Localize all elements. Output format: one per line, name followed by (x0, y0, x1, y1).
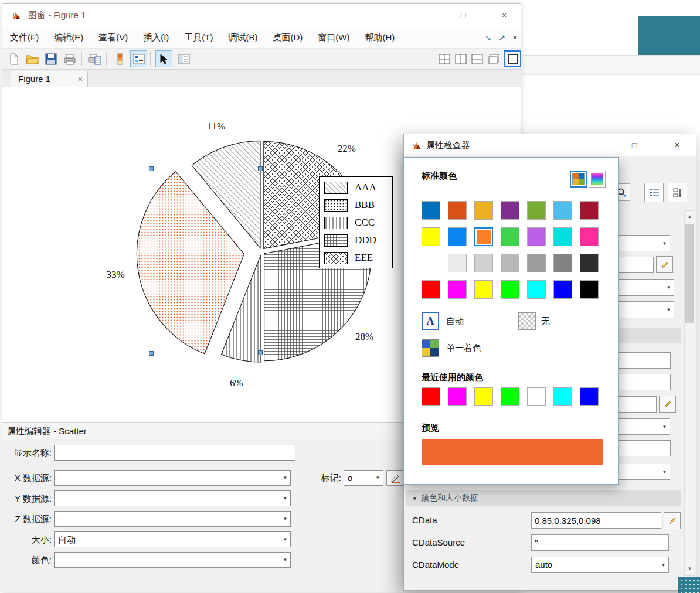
legend-entry-ddd[interactable]: DDD (320, 231, 392, 249)
insert-colorbar-button[interactable] (111, 50, 128, 67)
selection-handle-bottom-left[interactable] (149, 351, 154, 356)
open-file-button[interactable] (23, 50, 40, 67)
color-swatch-a2142f[interactable] (580, 201, 599, 220)
color-size-data-section-header[interactable]: ▼颜色和大小数据 (406, 490, 681, 506)
cdata-field[interactable] (531, 512, 661, 529)
sort-alpha-view-button[interactable] (668, 183, 687, 202)
recent-color-swatch-ffffff[interactable] (527, 387, 546, 406)
selection-handle-bottom-right[interactable] (258, 350, 263, 355)
maximize-view-button[interactable] (504, 50, 521, 67)
recent-color-swatch-0000ff[interactable] (580, 387, 599, 406)
color-swatch-00e0e0[interactable] (553, 227, 572, 246)
tile-horizontal-button[interactable] (468, 50, 485, 67)
scrollbar-thumb[interactable] (685, 224, 694, 323)
color-swatch-ffff00[interactable] (422, 227, 440, 246)
color-swatch-d1d1d1[interactable] (474, 254, 493, 272)
legend-entry-bbb[interactable]: BBB (320, 196, 392, 214)
undock-figure-icon[interactable]: ↗ (495, 27, 508, 48)
y-data-source-combo[interactable]: ▼ (54, 490, 291, 506)
display-name-input[interactable] (54, 445, 295, 461)
color-swatch-0072bd[interactable] (422, 201, 440, 220)
new-document-button[interactable] (5, 50, 22, 67)
x-data-source-combo[interactable]: ▼ (54, 470, 291, 486)
legend-entry-aaa[interactable]: AAA (320, 179, 392, 196)
recent-color-swatch-ff0000[interactable] (422, 387, 440, 406)
menu-view[interactable]: 查看(V) (91, 27, 135, 48)
cdatasource-field[interactable] (531, 534, 669, 551)
color-swatch-77ac30[interactable] (527, 201, 546, 220)
tile-vertical-button[interactable] (452, 50, 469, 67)
cascade-windows-button[interactable] (485, 50, 502, 67)
color-swatch-b8b8b8[interactable] (501, 254, 519, 272)
insert-legend-button[interactable] (130, 50, 147, 67)
menu-desktop[interactable]: 桌面(D) (265, 27, 310, 48)
recent-color-swatch-00ffff[interactable] (553, 387, 572, 406)
inspector-property-edit-button-1[interactable] (656, 256, 673, 273)
inspector-property-edit-button-2[interactable] (659, 396, 676, 413)
color-swatch-0c85f2[interactable] (448, 227, 467, 246)
menu-tools[interactable]: 工具(T) (176, 27, 220, 48)
auto-color-button[interactable]: A (422, 312, 439, 330)
menu-help[interactable]: 帮助(H) (357, 27, 402, 48)
desktop-resize-grip[interactable] (678, 577, 700, 593)
scroll-up-icon[interactable]: ▲ (685, 211, 695, 222)
print-button[interactable] (61, 50, 78, 67)
cdata-edit-button[interactable] (664, 512, 681, 529)
recent-color-swatch-00ff00[interactable] (501, 387, 519, 406)
cdatamode-combo[interactable]: auto▼ (531, 557, 669, 573)
inspector-property-field-4[interactable] (612, 396, 657, 413)
chart-legend[interactable]: AAABBBCCCDDDEEE (319, 176, 393, 268)
palette-view-button[interactable] (570, 171, 587, 188)
color-swatch-ff0000[interactable] (422, 280, 440, 299)
color-combo[interactable]: ▼ (54, 552, 291, 568)
inspector-scrollbar[interactable]: ▲ ▼ (684, 210, 695, 576)
color-swatch-7e2f8e[interactable] (501, 201, 519, 220)
marker-combo[interactable]: o ▼ (344, 470, 383, 486)
group-view-button[interactable] (644, 183, 664, 202)
color-swatch-9c9c9c[interactable] (527, 254, 546, 272)
color-swatch-ebebeb[interactable] (448, 254, 467, 272)
color-swatch-edb120[interactable] (474, 201, 493, 220)
inspector-property-field-2[interactable] (612, 352, 671, 369)
inspector-minimize-button[interactable]: — (580, 135, 608, 156)
color-swatch-ffffff[interactable] (422, 254, 440, 272)
inspector-maximize-button[interactable]: □ (620, 135, 648, 156)
menu-window[interactable]: 窗口(W) (310, 27, 357, 48)
recent-color-swatch-ff00ff[interactable] (448, 387, 467, 406)
color-swatch-000000[interactable] (580, 280, 599, 299)
color-swatch-ff2d9b[interactable] (580, 227, 599, 246)
save-button[interactable] (42, 50, 59, 67)
menu-debug[interactable]: 调试(B) (220, 27, 265, 48)
legend-entry-eee[interactable]: EEE (320, 249, 392, 267)
plot-browser-button[interactable] (175, 50, 192, 67)
menu-insert[interactable]: 插入(I) (135, 27, 176, 48)
color-swatch-d95319[interactable] (448, 201, 467, 220)
none-color-button[interactable] (518, 312, 536, 330)
selection-handle-top-right[interactable] (258, 166, 263, 171)
color-swatch-00ffff[interactable] (527, 280, 546, 299)
edit-plot-button[interactable] (155, 50, 172, 67)
color-swatch-bc5fe6[interactable] (527, 227, 546, 246)
z-data-source-combo[interactable]: ▼ (54, 511, 291, 527)
color-swatch-ff7f27[interactable] (474, 227, 493, 246)
color-swatch-ffff00[interactable] (474, 280, 493, 299)
inspector-property-field-5[interactable] (612, 440, 671, 456)
legend-entry-ccc[interactable]: CCC (320, 214, 392, 231)
dock-figure-icon[interactable]: ↘ (481, 27, 494, 48)
marker-color-button[interactable] (386, 470, 405, 486)
selection-handle-top-left[interactable] (149, 166, 154, 171)
close-button[interactable]: × (490, 4, 518, 26)
menu-file[interactable]: 文件(F) (2, 27, 46, 48)
tab-figure-1[interactable]: Figure 1 × (11, 71, 88, 87)
color-swatch-00ff00[interactable] (501, 280, 519, 299)
inspector-property-field-3[interactable] (612, 374, 671, 390)
tab-close-icon[interactable]: × (78, 71, 83, 87)
menu-edit[interactable]: 编辑(E) (46, 27, 91, 48)
maximize-button[interactable]: □ (450, 4, 476, 26)
single-hue-button[interactable] (422, 339, 439, 357)
print-preview-button[interactable] (86, 50, 103, 67)
color-swatch-ff00ff[interactable] (448, 280, 467, 299)
tile-grid-button[interactable] (436, 50, 453, 67)
gradient-view-button[interactable] (589, 171, 606, 188)
inspector-close-button[interactable]: × (662, 135, 692, 156)
